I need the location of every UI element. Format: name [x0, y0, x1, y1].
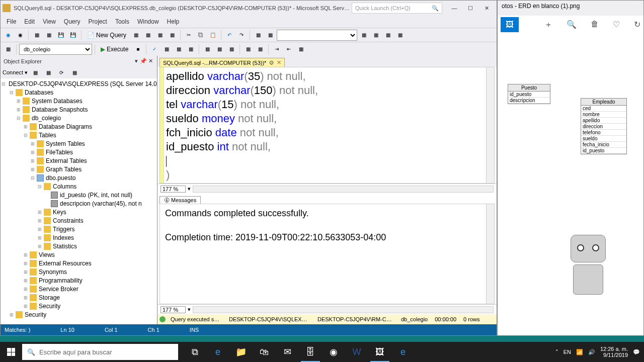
mail-icon[interactable]: ✉ [276, 342, 299, 362]
new-query-button[interactable]: 📄 New Query [84, 30, 129, 41]
close-tab-icon[interactable]: ✕ [277, 59, 281, 66]
taskbar-search[interactable]: 🔍 Escribe aquí para buscar [22, 344, 178, 360]
parse-button[interactable]: ✓ [149, 44, 160, 55]
tool-button[interactable]: ▦ [226, 44, 237, 55]
tool-button[interactable]: ▦ [253, 30, 264, 41]
delete-icon[interactable]: 🗑 [591, 20, 599, 30]
tool-button[interactable]: ▦ [358, 30, 369, 41]
word-icon[interactable]: W [345, 342, 368, 362]
messages-tab[interactable]: 🛈 Messages [159, 196, 201, 204]
ssms-icon[interactable]: 🗄 [299, 342, 322, 362]
tree-extres[interactable]: ⊞External Resources [2, 259, 156, 267]
tool-icon[interactable]: ▦ [69, 67, 80, 78]
refresh-icon[interactable]: ⟳ [56, 67, 67, 78]
tool-button[interactable]: ▦ [370, 30, 381, 41]
stop-button[interactable]: ■ [132, 44, 143, 55]
paste-button[interactable]: 📋 [207, 30, 218, 41]
photos-canvas[interactable]: Puesto id_puesto descripcion Empleado ce… [498, 34, 643, 335]
tool-button[interactable]: ▦ [394, 30, 406, 41]
chrome-icon[interactable]: ◉ [322, 342, 345, 362]
menu-query[interactable]: Query [60, 17, 85, 26]
tool-button[interactable]: ▦ [265, 30, 276, 41]
vertical-scrollbar[interactable] [486, 67, 494, 183]
tree-snapshots[interactable]: ⊞Database Snapshots [2, 105, 156, 114]
photos-icon[interactable]: 🖼 [368, 342, 391, 362]
ie-icon[interactable]: e [391, 342, 415, 362]
clock[interactable]: 12:26 a. m. 9/11/2019 [600, 346, 628, 358]
tool-button[interactable]: ▦ [154, 30, 166, 41]
messages-output[interactable]: Commands completed successfully. Complet… [159, 204, 495, 304]
close-icon[interactable]: ✕ [147, 58, 154, 64]
tree-systables[interactable]: ⊞System Tables [2, 139, 156, 148]
tree-constraints[interactable]: ⊞Constraints [2, 216, 156, 225]
tray-chevron-icon[interactable]: ˄ [555, 349, 558, 355]
tree-col-id-puesto[interactable]: id_puesto (PK, int, not null) [2, 191, 156, 199]
dropdown-icon[interactable]: ▾ [133, 58, 140, 64]
tree-graphtables[interactable]: ⊞Graph Tables [2, 165, 156, 173]
add-icon[interactable]: ＋ [544, 20, 552, 30]
outdent-button[interactable]: ⇤ [283, 44, 294, 55]
tree-col-descripcion[interactable]: descripcion (varchar(45), not n [2, 199, 156, 208]
tool-button[interactable]: ▦ [382, 30, 393, 41]
new-item-button[interactable]: ▦ [31, 30, 42, 41]
chevron-down-icon[interactable]: ▾ [188, 186, 191, 192]
tool-button[interactable]: ▦ [130, 30, 141, 41]
forward-button[interactable]: ◉ [15, 30, 26, 41]
minimize-button[interactable]: — [446, 3, 462, 14]
tree-db-colegio[interactable]: ⊟db_colegio [2, 114, 156, 122]
tree-indexes[interactable]: ⊞Indexes [2, 233, 156, 242]
execute-button[interactable]: ▶ Execute [98, 44, 131, 55]
tree-service-broker[interactable]: ⊞Service Broker [2, 285, 156, 293]
tree-filetables[interactable]: ⊞FileTables [2, 148, 156, 156]
tool-button[interactable]: ▦ [173, 44, 184, 55]
language-indicator[interactable]: EN [564, 349, 571, 355]
tree-view[interactable]: ⊟DESKTOP-C5JQP4V\SQLEXPRESS (SQL Server … [1, 78, 157, 324]
store-icon[interactable]: 🛍 [253, 342, 276, 362]
start-button[interactable] [0, 342, 22, 362]
zoom-icon[interactable]: 🔍 [567, 20, 577, 30]
taskview-icon[interactable]: ⧉ [183, 342, 206, 362]
horizontal-scrollbar[interactable] [193, 306, 494, 313]
edge-icon[interactable]: e [206, 342, 229, 362]
menu-project[interactable]: Project [85, 17, 111, 26]
save-all-button[interactable]: 💾 [67, 30, 78, 41]
tree-exttables[interactable]: ⊞External Tables [2, 156, 156, 165]
rotate-icon[interactable]: ↻ [634, 20, 640, 30]
tree-server[interactable]: ⊟DESKTOP-C5JQP4V\SQLEXPRESS (SQL Server … [2, 79, 156, 88]
heart-icon[interactable]: ♡ [613, 20, 620, 30]
open-button[interactable]: ▦ [43, 30, 54, 41]
tool-button[interactable]: ▦ [142, 30, 153, 41]
tree-dbo-puesto[interactable]: ⊟dbo.puesto [2, 173, 156, 182]
tree-views[interactable]: ⊞Views [2, 250, 156, 259]
volume-icon[interactable]: 🔊 [588, 349, 595, 355]
cut-button[interactable]: ✂ [183, 30, 194, 41]
tree-synonyms[interactable]: ⊞Synonyms [2, 267, 156, 276]
horizontal-scrollbar[interactable] [193, 186, 494, 193]
tree-security-server[interactable]: ⊞Security [2, 310, 156, 319]
tree-statistics[interactable]: ⊞Statistics [2, 242, 156, 250]
tree-dbdiagrams[interactable]: ⊞Database Diagrams [2, 122, 156, 131]
tree-keys[interactable]: ⊞Keys [2, 208, 156, 216]
tree-programmability[interactable]: ⊞Programmability [2, 276, 156, 285]
quick-launch-input[interactable]: Quick Launch (Ctrl+Q) 🔍 [352, 3, 442, 14]
database-combo[interactable]: db_colegio [19, 44, 92, 55]
zoom-combo[interactable]: 177 % [160, 306, 186, 313]
combo[interactable] [277, 30, 357, 41]
menu-help[interactable]: Help [163, 17, 184, 26]
pin-icon[interactable]: ⊙ [269, 59, 274, 66]
indent-button[interactable]: ⇥ [271, 44, 282, 55]
tool-button[interactable]: ▦ [214, 44, 225, 55]
close-button[interactable]: ✕ [478, 3, 495, 14]
tree-triggers[interactable]: ⊞Triggers [2, 225, 156, 233]
tool-button[interactable]: ▦ [202, 44, 213, 55]
copy-button[interactable]: ⿻ [195, 30, 206, 41]
tool-button[interactable]: ▦ [295, 44, 306, 55]
vertical-scrollbar[interactable] [486, 204, 494, 304]
undo-button[interactable]: ↶ [224, 30, 235, 41]
menu-view[interactable]: View [39, 17, 60, 26]
tool-button[interactable]: ▦ [243, 44, 254, 55]
connect-button[interactable]: Connect ▾ [3, 69, 28, 76]
photo-thumb-tab[interactable]: 🖼 [501, 17, 519, 32]
document-tab[interactable]: SQLQuery8.sql -...RM-COMPUTER (53))* ⊙ ✕ [159, 58, 285, 67]
network-icon[interactable]: 📶 [576, 349, 583, 355]
